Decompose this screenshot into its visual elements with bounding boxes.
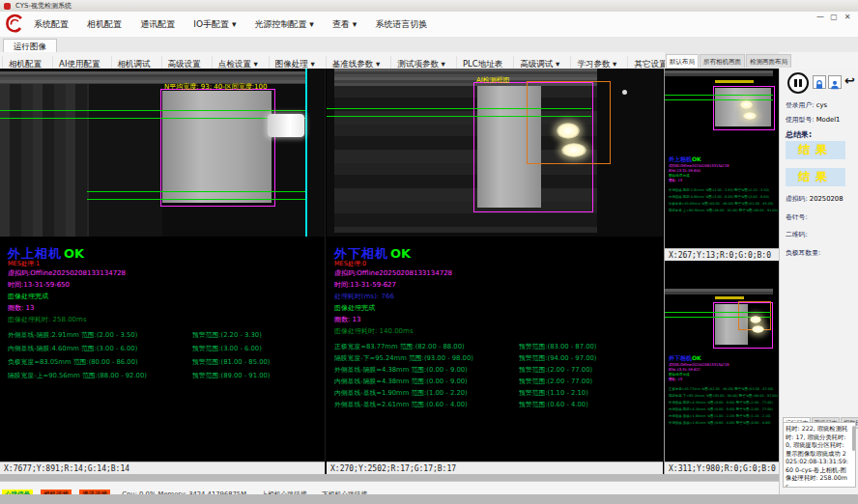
separator-film-block [162,91,272,203]
thumbnail-upper-statusbar: X:267;Y:13;R:0;G:0;B:0 [665,248,779,261]
virtual-code: 虚拟码:Offline20250208133134728 [8,268,126,278]
total-result-label: 总结果: [786,129,812,140]
turn-count: 圈数: 13 [334,315,361,324]
lock-icon [814,79,825,91]
process-status: 图像处理完成 [8,292,48,301]
user-switch-button[interactable] [828,75,842,89]
virtual-code-row: 虚拟码: 20250208 [786,194,843,204]
model-row: 使用型号: Model1 [786,115,840,125]
layout-tab-strip: 默认布局所有相机画面检测画面布局 [665,52,779,70]
upper-camera-overlay: 外上相机OK MES处理:1 虚拟码:Offline20250208133134… [8,245,323,463]
tab-glow-spot [557,123,580,139]
capture-time: 时间:13-31-59-650 [8,280,70,290]
menu-system-config[interactable]: 系统配置 [27,12,75,37]
title-bar: CYS-视觉检测系统 [0,0,858,12]
mini-camera-title: 外下相机OK [669,354,701,363]
model-value: Model1 [816,116,841,124]
mini-annotation-bar [715,296,744,299]
close-icon[interactable]: ✕ [841,13,854,21]
tab-connector-highlight [268,114,304,137]
result-badge-lower: 结果 [786,168,845,186]
thumbnail-lower-view[interactable]: 外下相机OK 虚拟码:Offline20250208133134728 时间:1… [665,262,779,462]
view-divider [325,69,326,474]
menu-language-switch[interactable]: 系统语言切换 [368,12,434,37]
process-elapsed: 图像处理耗时: 140.00ms [334,326,414,336]
qr-code-row: 二维码: [786,230,808,239]
thumbnail-upper-view[interactable]: 外上相机OK 虚拟码:Offline20250208133134728 时间:1… [665,69,779,248]
reflection-dot [622,90,627,95]
machinery-left [0,84,89,237]
upper-camera-statusbar: X:7677;Y:891;R:14;G:14;B:14 [0,462,325,474]
process-status: 图像处理完成 [334,303,375,313]
log-output[interactable]: 耗时: 222, 瑕疵检测耗时: 17, 瑕疵分类耗时: 0, 瑕疵提取分区耗时… [783,422,856,488]
measure-line [0,118,307,119]
lock-button[interactable] [813,75,826,89]
measure-line [327,108,591,109]
result-ok: OK [390,246,411,261]
measurement-row: 内侧基线-隔膜:4.60mm 范围:(3.00 - 6.00)预警范围:(3.0… [8,344,323,353]
neg-tab-count-row: 负极耳数量: [786,248,820,258]
measurement-row: 负极宽度=83.05mm 范围:(80.00 - 86.00)预警范围:(81.… [8,357,323,367]
virtual-code-value: 20250208 [810,195,844,203]
measurement-row: 内侧基线-隔膜=4.38mm 范围:(0.00 - 9.00)预警范围:(2.0… [334,377,659,386]
capture-time: 时间:13-31-59-627 [334,280,396,290]
view-tab-strip: 运行图像 [0,37,858,53]
measurement-row: 隔膜宽度-下=95.24mm 范围:(93.00 - 98.00)预警范围:(9… [334,353,659,363]
menu-camera-config[interactable]: 相机配置 [80,12,129,37]
pause-button[interactable] [787,72,809,94]
user-icon [829,79,841,91]
measurement-row: 外侧基线-隔膜=4.38mm 范围:(0.00 - 9.00)预警范围:(2.0… [334,365,659,375]
measurement-row: 外侧基线-隔膜:2.91mm 范围:(2.00 - 3.50)预警范围:(2.2… [8,330,323,340]
ai-annotation: AI检测框图 [476,75,510,85]
app-statusbar: 心跳信号 相机连接 通讯连接 Cpu: 0.0% Memory: 3424.41… [0,481,779,494]
mini-camera-title: 外上相机OK [669,155,701,164]
window-controls: —▢✕ [814,13,854,22]
tab-glow-spot [561,143,586,157]
menu-bar: 系统配置 相机配置 通讯配置 IO手配置 ▾ 光源控制配置 ▾ 查看 ▾ 系统语… [0,12,858,38]
process-elapsed: 图像处理耗时: 258.00ms [8,315,87,324]
undo-arrow-icon[interactable]: ↩ [844,73,855,88]
minimize-icon[interactable]: — [814,13,827,21]
turn-count: 圈数: 13 [8,303,35,313]
measurement-row: 正极宽度=83.77mm 范围:(82.00 - 88.00)预警范围:(83.… [334,342,659,351]
result-ok: OK [64,246,84,261]
measurement-row: 内侧基线-基线=1.90mm 范围:(1.00 - 2.20)预警范围:(1.1… [334,388,659,398]
tab-layout-default[interactable]: 默认布局 [666,54,699,68]
lower-camera-image[interactable]: AI检测框图 [327,69,663,237]
tab-layout-detect[interactable]: 检测画面布局 [746,54,791,68]
upper-camera-image[interactable]: N平均宽度: 93; 40-区间宽度:100 [0,69,325,237]
mini-annotation-bar [715,80,754,83]
main-view-area: N平均宽度: 93; 40-区间宽度:100 外上相机OK MES处理:1 虚拟… [0,69,779,474]
measure-line [87,191,307,192]
measurement-row: 隔膜宽度-上=90.56mm 范围:(88.00 - 92.00)预警范围:(8… [8,371,323,380]
menu-light-control[interactable]: 光源控制配置 ▾ [248,12,321,37]
tab-layout-all-cameras[interactable]: 所有相机画面 [700,54,745,68]
menu-comm-config[interactable]: 通讯配置 [133,12,182,37]
measure-line [87,199,307,200]
thumbnail-lower-statusbar: X:311;Y:980;R:0;G:0;B:0 [665,462,779,474]
sidebar: ↩ 登录用户: cys 使用型号: Model1 总结果: 结果 结果 虚拟码:… [779,69,858,494]
process-interval: 处理耗时(ms): 766 [334,292,394,301]
app-icon [4,3,11,10]
log-scrollbar[interactable] [852,426,855,451]
measurement-row: 外侧基线-基线=2.61mm 范围:(0.60 - 4.00)预警范围:(0.6… [334,400,659,409]
mes-status: MES处理:1 [8,260,40,268]
app-logo-icon [4,14,25,35]
desktop-margin [0,494,858,504]
cyan-ruler-line [305,69,307,237]
measure-line [0,110,307,111]
menu-view[interactable]: 查看 ▾ [326,12,363,37]
result-badge-upper: 结果 [786,141,845,159]
lower-camera-statusbar: X:270;Y:2502;R:17;G:17;B:17 [327,462,663,474]
tab-run-image[interactable]: 运行图像 [3,39,57,53]
window-title: CYS-视觉检测系统 [15,2,72,10]
menu-io-config[interactable]: IO手配置 ▾ [186,12,243,37]
lower-camera-overlay: 外下相机OK MES处理:0 虚拟码:Offline20250208133134… [334,245,659,463]
maximize-icon[interactable]: ▢ [827,13,841,21]
winding-pin-row: 卷针号: [786,212,808,222]
mes-status: MES处理:0 [334,260,366,268]
login-user-row: 登录用户: cys [786,100,827,110]
app-window: CYS-视觉检测系统 系统配置 相机配置 通讯配置 IO手配置 ▾ 光源控制配置… [0,0,858,504]
login-user-value: cys [816,101,827,109]
measure-line [327,116,591,117]
